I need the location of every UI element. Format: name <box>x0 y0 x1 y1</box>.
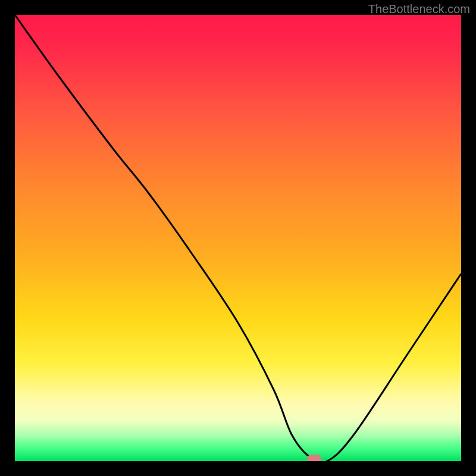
watermark-text: TheBottleneck.com <box>368 2 470 16</box>
plot-area <box>15 15 461 461</box>
heatmap-gradient-background <box>15 15 461 461</box>
optimal-point-marker <box>307 455 321 461</box>
